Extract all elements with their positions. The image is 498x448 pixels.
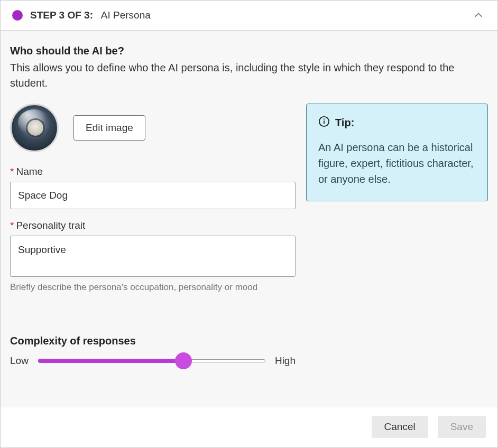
info-icon [318,116,330,130]
complexity-label: Complexity of responses [10,335,488,347]
step-header: STEP 3 OF 3: AI Persona [1,1,497,31]
complexity-slider[interactable] [38,352,265,369]
required-marker: * [10,220,14,231]
panel-body: Who should the AI be? This allows you to… [1,31,497,407]
personality-field: *Personality trait Supportive Briefly de… [10,220,296,293]
cancel-button[interactable]: Cancel [372,416,428,438]
slider-high-label: High [275,355,296,367]
personality-label: *Personality trait [10,220,296,231]
name-input[interactable] [10,182,296,209]
avatar-row: Edit image [10,104,296,152]
step-label: STEP 3 OF 3: AI Persona [30,10,151,21]
footer: Cancel Save [1,407,497,447]
personality-helper: Briefly describe the persona's occupatio… [10,282,296,293]
slider-low-label: Low [10,355,29,367]
required-marker: * [10,166,14,177]
tip-title: Tip: [335,117,354,129]
step-number: STEP 3 OF 3: [30,10,93,21]
edit-image-button[interactable]: Edit image [73,115,145,141]
section-title: Who should the AI be? [10,45,488,57]
tip-heading: Tip: [318,116,476,130]
step-title: AI Persona [101,10,151,21]
tip-box: Tip: An AI persona can be a historical f… [306,104,488,201]
personality-input[interactable]: Supportive [10,236,296,277]
name-label: *Name [10,166,296,178]
chevron-up-icon[interactable] [471,8,486,23]
svg-point-2 [324,118,325,119]
name-field: *Name [10,166,296,209]
slider-thumb[interactable] [175,352,192,369]
complexity-section: Complexity of responses Low High [10,335,488,369]
save-button[interactable]: Save [438,416,486,438]
section-description: This allows you to define who the AI per… [10,60,481,91]
persona-avatar [10,104,59,152]
step-status-dot [12,10,23,21]
slider-fill [38,359,183,363]
tip-body: An AI persona can be a historical figure… [318,139,476,187]
